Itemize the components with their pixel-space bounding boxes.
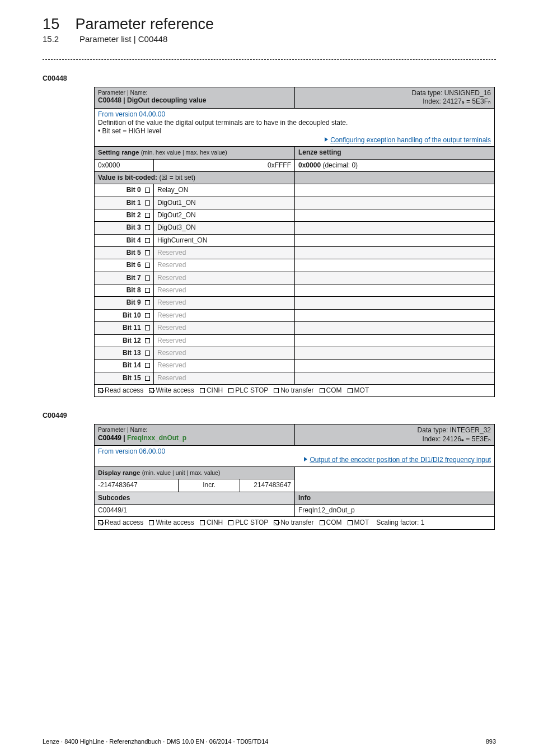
chk2-notransfer-icon xyxy=(274,520,279,525)
subcode-val: FreqIn12_dnOut_p xyxy=(295,504,495,516)
bit-row: Bit 14 Reserved xyxy=(95,360,495,372)
dtype-line1: Data type: UNSIGNED_16 xyxy=(298,89,491,97)
bit-value-cell: Reserved xyxy=(154,309,295,321)
bit-row: Bit 13 Reserved xyxy=(95,347,495,359)
section-number: 15.2 xyxy=(43,34,64,44)
chk-cinh-icon xyxy=(200,388,205,393)
checkbox-empty-icon xyxy=(145,376,150,381)
bit-row: Bit 10 Reserved xyxy=(95,309,495,321)
access-cell-1: Read access Write access CINH PLC STOP N… xyxy=(95,384,495,396)
setting-range-cell: Setting range (min. hex value | max. hex… xyxy=(95,147,295,159)
chk2-read-icon xyxy=(98,520,103,525)
chk2-read-label: Read access xyxy=(105,519,143,526)
bit-value-cell: Reserved xyxy=(154,360,295,372)
data-type-cell-2: Data type: INTEGER_32 Index: 24126ₔ = 5E… xyxy=(295,424,495,446)
bit-right-blank xyxy=(295,334,495,347)
bit-index-cell: Bit 2 xyxy=(95,209,154,221)
subcodes-label: Subcodes xyxy=(95,492,295,504)
triangle-icon xyxy=(325,137,328,142)
bit-index-cell: Bit 4 xyxy=(95,234,154,246)
bit-row: Bit 0 Relay_ON xyxy=(95,184,495,197)
parameter-table-2: Parameter | Name: C00449 | FreqInxx_dnOu… xyxy=(94,424,495,529)
bit-row: Bit 15 Reserved xyxy=(95,372,495,384)
param-name-cell: Parameter | Name: C00448 | DigOut decoup… xyxy=(95,87,295,109)
parameter-table-1: Parameter | Name: C00448 | DigOut decoup… xyxy=(94,87,495,397)
checkbox-empty-icon xyxy=(145,250,150,255)
display-range-paren: (min. value | unit | max. value) xyxy=(142,469,221,476)
chapter-heading: 15 Parameter reference xyxy=(43,16,496,33)
config-link[interactable]: Configuring exception handling of the ou… xyxy=(98,136,491,144)
bit-value-cell: Reserved xyxy=(154,284,295,297)
bit-value-cell: Reserved xyxy=(154,259,295,272)
bit-index-cell: Bit 15 xyxy=(95,372,154,384)
checkbox-empty-icon xyxy=(145,213,150,218)
bit-index-cell: Bit 12 xyxy=(95,334,154,347)
chk2-plc-icon xyxy=(228,520,233,525)
checkbox-empty-icon xyxy=(145,238,150,243)
bit-right-blank xyxy=(295,309,495,321)
bit-value-cell: HighCurrent_ON xyxy=(154,234,295,246)
param-name-2-wrap: C00449 | FreqInxx_dnOut_p xyxy=(98,434,291,442)
bit-index-cell: Bit 5 xyxy=(95,247,154,259)
bit-value-cell: DigOut3_ON xyxy=(154,222,295,234)
from-version-2: From version 06.00.00 xyxy=(98,447,491,456)
bit-right-blank xyxy=(295,297,495,309)
bit-right-blank xyxy=(295,197,495,209)
bit-right-blank xyxy=(295,259,495,272)
bit-right-blank xyxy=(295,347,495,359)
param-name-cell-2: Parameter | Name: C00449 | FreqInxx_dnOu… xyxy=(95,424,295,446)
dtype2-line1: Data type: INTEGER_32 xyxy=(298,426,491,435)
chk-read-label: Read access xyxy=(105,386,143,394)
bit-right-blank xyxy=(295,209,495,221)
bit-row: Bit 6 Reserved xyxy=(95,259,495,272)
table1-infobox: From version 04.00.00 Definition of the … xyxy=(95,108,495,146)
chk-plc-icon xyxy=(228,388,233,393)
bit-row: Bit 1 DigOut1_ON xyxy=(95,197,495,209)
param-label-2: Parameter | Name: xyxy=(98,426,291,433)
chk-write-label: Write access xyxy=(156,386,194,394)
chk-plc-label: PLC STOP xyxy=(235,386,268,394)
range-max: 2147483647 xyxy=(240,479,295,492)
bit-row: Bit 7 Reserved xyxy=(95,272,495,284)
chk-notransfer-icon xyxy=(274,388,279,393)
checkbox-empty-icon xyxy=(145,363,150,368)
output-link[interactable]: Output of the encoder position of the DI… xyxy=(98,456,491,464)
bit-right-blank xyxy=(295,284,495,297)
bit-value-cell: Relay_ON xyxy=(154,184,295,197)
lenze-value-cell: 0x0000 (decimal: 0) xyxy=(295,159,495,171)
chapter-title: Parameter reference xyxy=(75,16,214,33)
range-right-blank xyxy=(295,479,495,492)
chk-com-icon xyxy=(320,388,325,393)
param-name: C00448 | DigOut decoupling value xyxy=(98,96,291,105)
bit-right-blank xyxy=(295,272,495,284)
chk2-write-icon xyxy=(149,520,154,525)
chk2-plc-label: PLC STOP xyxy=(235,519,268,526)
table2-wrap: Parameter | Name: C00449 | FreqInxx_dnOu… xyxy=(94,424,495,529)
parameter-code-heading-2: C00449 xyxy=(43,412,496,419)
lenze-setting-label: Lenze setting xyxy=(295,147,495,159)
chk-cinh-label: CINH xyxy=(207,386,223,394)
checkbox-empty-icon xyxy=(145,188,150,193)
access-cell-2: Read access Write access CINH PLC STOP N… xyxy=(95,517,495,529)
param-name-2-green: FreqInxx_dnOut_p xyxy=(127,434,186,442)
bit-value-cell: Reserved xyxy=(154,247,295,259)
subcode: C00449/1 xyxy=(95,504,295,516)
checkbox-empty-icon xyxy=(145,325,150,330)
checkbox-empty-icon xyxy=(145,338,150,343)
checkbox-empty-icon xyxy=(145,225,150,230)
bit-index-cell: Bit 6 xyxy=(95,259,154,272)
bits-tbody: Bit 0 Relay_ONBit 1 DigOut1_ONBit 2 DigO… xyxy=(95,184,495,385)
bit-row: Bit 4 HighCurrent_ON xyxy=(95,234,495,246)
bit-index-cell: Bit 3 xyxy=(95,222,154,234)
chk2-cinh-label: CINH xyxy=(207,519,223,526)
chk2-mot-label: MOT xyxy=(354,519,369,526)
chk-notransfer-label: No transfer xyxy=(280,386,313,394)
chk2-cinh-icon xyxy=(200,520,205,525)
subcodes-header-row: Subcodes Info xyxy=(95,492,495,504)
chk-mot-label: MOT xyxy=(354,386,369,394)
bit-right-blank xyxy=(295,322,495,334)
bit-row: Bit 11 Reserved xyxy=(95,322,495,334)
table2-infobox: From version 06.00.00 Output of the enco… xyxy=(95,446,495,467)
chapter-number: 15 xyxy=(43,16,59,33)
bit-row: Bit 9 Reserved xyxy=(95,297,495,309)
